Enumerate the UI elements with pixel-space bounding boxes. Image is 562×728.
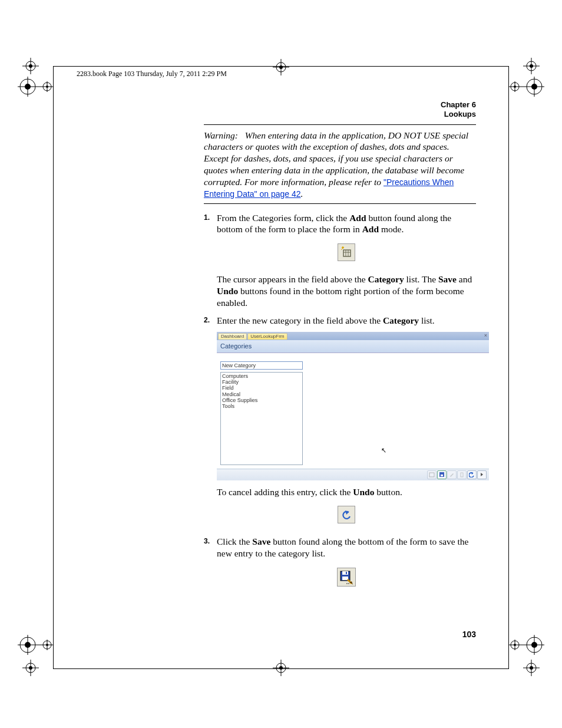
- step-3: 3. Click the Save button found along the…: [204, 536, 476, 589]
- svg-rect-61: [342, 571, 348, 575]
- chapter-header: Chapter 6 Lookups: [204, 100, 476, 120]
- list-item[interactable]: Tools: [222, 403, 301, 409]
- list-item[interactable]: Field: [222, 385, 301, 391]
- list-item[interactable]: Facility: [222, 379, 301, 385]
- crop-mark-icon: [22, 660, 39, 676]
- list-item[interactable]: Medical: [222, 391, 301, 397]
- close-icon[interactable]: ×: [484, 332, 487, 340]
- svg-point-66: [346, 583, 348, 584]
- svg-rect-56: [429, 473, 434, 477]
- registration-mark-icon: [509, 77, 544, 99]
- step-text: Enter the new category in the field abov…: [217, 315, 476, 327]
- warning-label: Warning:: [204, 130, 238, 140]
- tab-userlookupfrm[interactable]: UserLookupFrm: [247, 333, 287, 340]
- list-item[interactable]: Office Supplies: [222, 397, 301, 403]
- categories-form-screenshot: Dashboard UserLookupFrm × Categories Com…: [217, 332, 489, 480]
- crop-mark-icon: [523, 660, 540, 676]
- toolbar-edit-button[interactable]: [447, 470, 457, 479]
- undo-button-icon: [338, 506, 355, 523]
- cursor-arrow-icon: ↖: [381, 446, 386, 455]
- toolbar-save-button[interactable]: [437, 470, 447, 479]
- svg-rect-52: [343, 250, 351, 256]
- toolbar-undo-button[interactable]: [467, 470, 477, 479]
- toolbar-delete-button[interactable]: [457, 470, 467, 479]
- registration-mark-icon: [18, 77, 53, 99]
- crop-mark-icon: [22, 58, 39, 74]
- step-text: From the Categories form, click the Add …: [217, 212, 476, 236]
- crop-mark-icon: [523, 58, 540, 74]
- category-list[interactable]: Computers Facility Field Medical Office …: [220, 372, 303, 465]
- page-frame-border: [508, 66, 509, 669]
- add-button-icon: [338, 243, 355, 261]
- svg-rect-62: [346, 572, 347, 574]
- svg-rect-63: [342, 577, 348, 580]
- form-toolbar: [217, 469, 489, 480]
- step-number: 3.: [204, 537, 210, 546]
- crop-mark-icon: [273, 660, 289, 676]
- step-text: Click the Save button found along the bo…: [217, 536, 476, 559]
- step-1: 1. From the Categories form, click the A…: [204, 212, 476, 309]
- page-frame-border: [53, 66, 54, 669]
- toolbar-next-button[interactable]: [477, 470, 487, 479]
- chapter-title: Lookups: [204, 110, 476, 119]
- form-title: Categories: [217, 340, 489, 353]
- step-text: The cursor appears in the field above th…: [217, 274, 476, 308]
- warning-after: .: [301, 189, 303, 199]
- divider: [204, 124, 476, 125]
- tab-bar: Dashboard UserLookupFrm ×: [217, 332, 489, 340]
- crop-mark-icon: [273, 59, 289, 75]
- toolbar-add-button[interactable]: [427, 470, 437, 479]
- tab-dashboard[interactable]: Dashboard: [218, 333, 247, 340]
- new-category-input[interactable]: [220, 361, 303, 370]
- running-head: 2283.book Page 103 Thursday, July 7, 201…: [77, 70, 227, 78]
- svg-point-64: [350, 582, 351, 583]
- registration-mark-icon: [509, 635, 544, 657]
- step-number: 2.: [204, 316, 210, 325]
- svg-point-65: [348, 583, 349, 584]
- list-item[interactable]: Computers: [222, 373, 301, 379]
- page-frame-border: [53, 668, 509, 669]
- save-button-icon: [337, 568, 356, 587]
- divider: [204, 203, 476, 204]
- step-number: 1.: [204, 213, 210, 222]
- registration-mark-icon: [18, 635, 53, 657]
- step-2: 2. Enter the new category in the field a…: [204, 315, 476, 527]
- page-number: 103: [462, 630, 476, 640]
- warning-paragraph: Warning: When entering data in the appli…: [204, 130, 476, 200]
- svg-rect-59: [461, 473, 463, 477]
- step-text: To cancel adding this entry, click the U…: [217, 486, 476, 498]
- svg-rect-58: [441, 475, 443, 476]
- page-frame-border: [53, 66, 509, 67]
- chapter-number: Chapter 6: [204, 100, 476, 110]
